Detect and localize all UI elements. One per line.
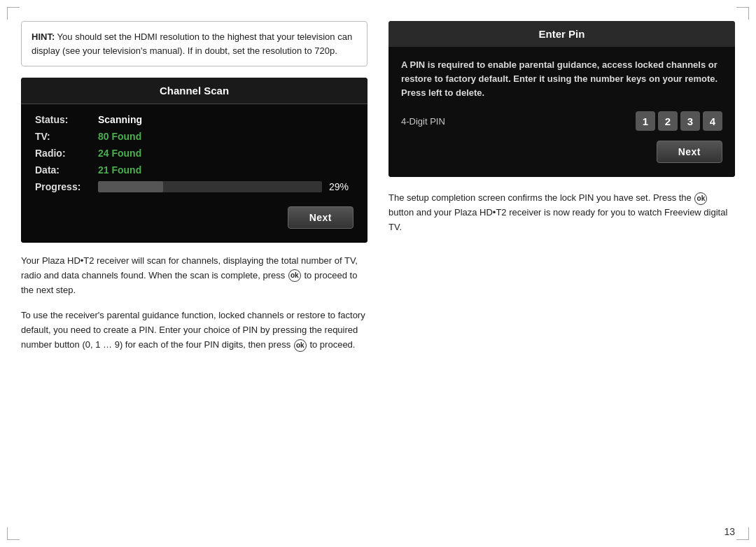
progress-label: Progress: (35, 181, 98, 192)
progress-bar-fill (98, 181, 163, 192)
scan-label-status: Status: (35, 114, 98, 125)
pin-input-row: 4-Digit PIN 1 2 3 4 (401, 111, 722, 131)
corner-mark-bl (7, 527, 20, 540)
pin-digit-2: 2 (658, 111, 678, 131)
scan-row-status: Status: Scanning (35, 114, 354, 125)
pin-digit-4: 4 (703, 111, 722, 131)
progress-percent: 29% (329, 181, 354, 192)
right-description: The setup completion screen confirms the… (388, 191, 735, 234)
scan-value-status: Scanning (98, 114, 142, 125)
scan-value-data: 21 Found (98, 164, 141, 176)
channel-scan-next-button[interactable]: Next (288, 206, 354, 229)
page-number: 13 (724, 526, 735, 537)
pin-next-container: Next (401, 141, 722, 163)
corner-mark-tl (7, 7, 20, 20)
corner-mark-br (736, 527, 749, 540)
hint-label: HINT: (31, 31, 55, 42)
corner-mark-tr (736, 7, 749, 20)
scan-value-tv: 80 Found (98, 131, 141, 142)
ok-icon-2: ok (294, 339, 307, 352)
scan-row-data: Data: 21 Found (35, 164, 354, 176)
hint-box: HINT: You should set the HDMI resolution… (21, 21, 368, 66)
enter-pin-body: A PIN is required to enable parental gui… (388, 47, 735, 177)
pin-next-button[interactable]: Next (657, 141, 722, 163)
pin-digit-1: 1 (636, 111, 655, 131)
ok-icon-right: ok (694, 192, 707, 205)
channel-scan-next-container: Next (35, 206, 354, 229)
progress-row: Progress: 29% (35, 181, 354, 192)
pin-description: A PIN is required to enable parental gui… (401, 58, 722, 100)
ok-icon-1: ok (288, 269, 301, 282)
scan-value-radio: 24 Found (98, 148, 141, 159)
hint-text: You should set the HDMI resolution to th… (31, 31, 352, 56)
pin-digits: 1 2 3 4 (636, 111, 722, 131)
scan-row-tv: TV: 80 Found (35, 131, 354, 142)
scan-label-radio: Radio: (35, 148, 98, 159)
scan-label-tv: TV: (35, 131, 98, 142)
progress-bar-container (98, 181, 322, 192)
channel-scan-header: Channel Scan (21, 78, 368, 104)
left-description-1: Your Plaza HD•T2 receiver will scan for … (21, 254, 368, 297)
pin-digit-label: 4-Digit PIN (401, 116, 445, 127)
channel-scan-body: Status: Scanning TV: 80 Found Radio: 24 … (21, 104, 368, 243)
scan-row-radio: Radio: 24 Found (35, 148, 354, 159)
enter-pin-header: Enter Pin (388, 21, 735, 47)
scan-label-data: Data: (35, 164, 98, 176)
pin-digit-3: 3 (680, 111, 700, 131)
left-description-2: To use the receiver's parental guidance … (21, 308, 368, 352)
enter-pin-panel: Enter Pin A PIN is required to enable pa… (388, 21, 735, 177)
channel-scan-panel: Channel Scan Status: Scanning TV: 80 Fou… (21, 78, 368, 243)
